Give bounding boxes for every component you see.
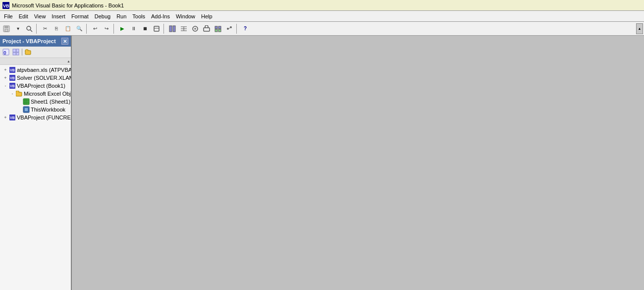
svg-rect-20 bbox=[215, 29, 217, 32]
toolbar-cut-btn[interactable]: ✂ bbox=[40, 23, 51, 34]
toolbar-save-btn[interactable] bbox=[1, 23, 12, 34]
panel-toggle-folders-btn[interactable] bbox=[24, 48, 33, 57]
tree-item-ms-excel-objects[interactable]: - Microsoft Excel Objects bbox=[0, 90, 71, 98]
project-panel-header: Project - VBAProject ✕ bbox=[0, 36, 71, 47]
toolbar-dataviewer-btn[interactable] bbox=[213, 23, 223, 34]
toolbar-toolbox-btn[interactable] bbox=[201, 23, 212, 34]
tree-icon-vbaproject-book1: VB bbox=[9, 82, 16, 89]
title-bar: VB Microsoft Visual Basic for Applicatio… bbox=[0, 0, 644, 11]
menu-item-run[interactable]: Run bbox=[113, 11, 129, 21]
svg-line-6 bbox=[30, 30, 32, 32]
tree-expand-ms-excel-objects: - bbox=[9, 91, 16, 96]
menu-item-file[interactable]: File bbox=[1, 11, 16, 21]
menu-item-format[interactable]: Format bbox=[68, 11, 92, 21]
tree-icon-vbaproject-funcres: VB bbox=[9, 114, 16, 121]
svg-rect-30 bbox=[16, 53, 19, 55]
svg-rect-28 bbox=[16, 49, 19, 52]
tree-expand-vbaproject-book1: - bbox=[2, 83, 9, 88]
toolbar-dropdown-save[interactable]: ▾ bbox=[12, 23, 23, 34]
svg-line-24 bbox=[229, 28, 230, 29]
main-area: Project - VBAProject ✕ {} bbox=[0, 36, 644, 290]
menu-item-window[interactable]: Window bbox=[173, 11, 198, 21]
code-area bbox=[72, 36, 644, 290]
app-icon: VB bbox=[2, 1, 10, 9]
svg-text:VB: VB bbox=[10, 76, 15, 80]
toolbar-extra1-btn[interactable] bbox=[224, 23, 235, 34]
menu-item-addins[interactable]: Add-Ins bbox=[148, 11, 173, 21]
menu-item-help[interactable]: Help bbox=[198, 11, 215, 21]
toolbar-design-btn[interactable] bbox=[151, 23, 162, 34]
tree-label-sheet1: Sheet1 (Sheet1) bbox=[31, 99, 70, 105]
panel-toolbar-sep bbox=[22, 49, 22, 56]
svg-rect-4 bbox=[5, 29, 8, 31]
tree-label-atpvbaen: atpvbaen.xls (ATPVBAE bbox=[17, 67, 71, 73]
menu-item-view[interactable]: View bbox=[31, 11, 49, 21]
toolbar-sep2 bbox=[86, 24, 88, 34]
tree-item-vbaproject-book1[interactable]: - VB VBAProject (Book1) bbox=[0, 82, 71, 90]
tree-item-thisworkbook[interactable]: - ThisWorkbook bbox=[0, 106, 71, 114]
menu-item-edit[interactable]: Edit bbox=[16, 11, 31, 21]
svg-rect-19 bbox=[218, 26, 221, 29]
svg-text:VB: VB bbox=[10, 84, 15, 88]
tree-item-sheet1[interactable]: - Sheet1 (Sheet1) bbox=[0, 98, 71, 106]
svg-point-23 bbox=[230, 26, 232, 28]
tree-label-ms-excel-objects: Microsoft Excel Objects bbox=[24, 91, 71, 97]
toolbar-redo-btn[interactable]: ↪ bbox=[101, 23, 112, 34]
project-panel-title: Project - VBAProject bbox=[2, 38, 56, 44]
toolbar-stop-btn[interactable]: ⏹ bbox=[140, 23, 151, 34]
tree-item-solver[interactable]: + VB Solver (SOLVER.XLAM) bbox=[0, 74, 71, 82]
panel-view-object-btn[interactable] bbox=[11, 48, 20, 57]
toolbar-objectbrowser-btn[interactable] bbox=[190, 23, 201, 34]
tree-icon-ms-excel-objects bbox=[16, 90, 23, 97]
menu-item-debug[interactable]: Debug bbox=[92, 11, 113, 21]
tree-expand-vbaproject-funcres: + bbox=[2, 115, 9, 120]
svg-point-16 bbox=[194, 28, 196, 30]
tree-item-atpvbaen[interactable]: + VB atpvbaen.xls (ATPVBAE bbox=[0, 66, 71, 74]
toolbar-project-btn[interactable] bbox=[167, 23, 178, 34]
toolbar-sep4 bbox=[163, 24, 165, 34]
toolbar-sep3 bbox=[113, 24, 115, 34]
svg-point-5 bbox=[27, 26, 31, 30]
tree-icon-sheet1 bbox=[23, 98, 30, 105]
toolbar-break-btn[interactable]: ⏸ bbox=[128, 23, 139, 34]
toolbar-scrollbar[interactable]: ▲ bbox=[636, 23, 643, 34]
svg-rect-9 bbox=[169, 26, 172, 32]
toolbar: ▾ ✂ ⎘ 📋 🔍 ↩ ↪ ▶ ⏸ ⏹ ? ▲ bbox=[0, 22, 644, 36]
svg-rect-27 bbox=[13, 49, 16, 52]
tree-icon-thisworkbook bbox=[23, 106, 30, 113]
title-text: Microsoft Visual Basic for Applications … bbox=[12, 2, 124, 8]
tree-item-vbaproject-funcres[interactable]: + VB VBAProject (FUNCRES.X bbox=[0, 114, 71, 121]
toolbar-undo-btn[interactable]: ↩ bbox=[90, 23, 101, 34]
svg-rect-18 bbox=[215, 26, 217, 29]
project-panel: Project - VBAProject ✕ {} bbox=[0, 36, 72, 290]
menu-item-tools[interactable]: Tools bbox=[129, 11, 148, 21]
menu-item-insert[interactable]: Insert bbox=[49, 11, 68, 21]
svg-rect-45 bbox=[24, 108, 28, 112]
tree-label-thisworkbook: ThisWorkbook bbox=[31, 107, 65, 113]
toolbar-run-btn[interactable]: ▶ bbox=[117, 23, 128, 34]
project-panel-close[interactable]: ✕ bbox=[61, 38, 68, 45]
project-panel-toolbar: {} bbox=[0, 47, 71, 58]
svg-text:VB: VB bbox=[3, 3, 9, 8]
svg-rect-17 bbox=[204, 28, 210, 31]
svg-rect-3 bbox=[4, 26, 8, 28]
tree-label-vbaproject-book1: VBAProject (Book1) bbox=[17, 83, 65, 89]
toolbar-find-btn[interactable] bbox=[24, 23, 35, 34]
toolbar-help-btn[interactable]: ? bbox=[240, 23, 251, 34]
svg-rect-29 bbox=[13, 53, 16, 55]
project-tree: + VB atpvbaen.xls (ATPVBAE + VB bbox=[0, 65, 71, 290]
toolbar-copy-btn[interactable]: ⎘ bbox=[51, 23, 62, 34]
tree-label-solver: Solver (SOLVER.XLAM) bbox=[17, 75, 71, 81]
svg-text:{}: {} bbox=[3, 51, 6, 55]
panel-view-code-btn[interactable]: {} bbox=[1, 48, 10, 57]
panel-scroll-top[interactable]: ▲ bbox=[0, 58, 71, 65]
toolbar-paste-btn[interactable]: 📋 bbox=[62, 23, 73, 34]
toolbar-properties-btn[interactable] bbox=[178, 23, 189, 34]
tree-expand-solver: + bbox=[2, 75, 9, 80]
tree-icon-atpvbaen: VB bbox=[9, 66, 16, 73]
svg-rect-10 bbox=[173, 26, 175, 32]
toolbar-find2-btn[interactable]: 🔍 bbox=[74, 23, 85, 34]
svg-rect-7 bbox=[154, 26, 159, 31]
menu-bar: FileEditViewInsertFormatDebugRunToolsAdd… bbox=[0, 11, 644, 22]
svg-text:VB: VB bbox=[10, 116, 15, 119]
